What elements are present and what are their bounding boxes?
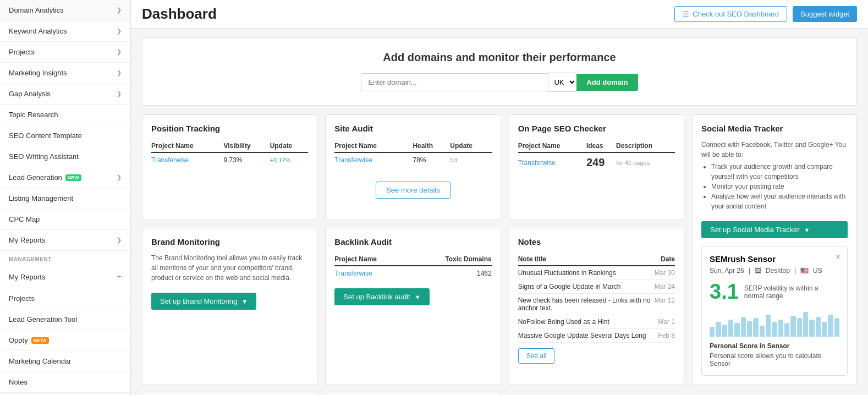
chart-bar [734,323,739,337]
sidebar-item-marketing-insights[interactable]: Marketing Insights ❯ [0,63,130,84]
sidebar-item-label: Lead Generation [9,173,62,182]
sidebar-item-seo-writing-assistant[interactable]: SEO Writing Assistant [0,146,130,167]
col-toxic: Toxic Domains [409,253,492,266]
sidebar-item-label: Oppty [9,336,28,344]
sensor-title: SEMrush Sensor [710,254,839,264]
col-update: Update [270,140,309,152]
change-cell: +0.17% [270,152,309,167]
chart-bar [816,317,821,337]
note-title-cell: Massive Google Update Several Days Long [518,329,655,343]
chart-bar [747,321,752,337]
position-tracking-title: Position Tracking [151,124,308,133]
sidebar-item-label: My Reports [9,273,45,281]
beta-badge: BETA [31,337,49,344]
new-badge: NEW [65,174,81,181]
chart-bar [710,327,715,337]
sensor-chart [710,309,839,337]
sidebar-item-projects[interactable]: Projects ❯ [0,42,130,63]
note-title-cell: Signs of a Google Update in March [518,280,655,294]
chart-bar [790,316,795,337]
sidebar-item-label: Lead Generation Tool [9,315,77,323]
sidebar-item-topic-research[interactable]: Topic Research [0,105,130,125]
sidebar-item-projects-mgmt[interactable]: Projects [0,288,130,309]
page-title: Dashboard [142,6,217,23]
sensor-score: 3.1 [710,280,739,304]
sidebar-item-my-reports[interactable]: My Reports ❯ [0,230,130,251]
sidebar-item-cpc-map[interactable]: CPC Map [0,209,130,230]
sensor-personal-desc: Personal score allows you to calculate S… [710,352,839,367]
project-name-cell[interactable]: Transferwise [334,266,409,281]
on-page-seo-title: On Page SEO Checker [518,124,675,133]
social-media-tracker-card: Social Media Tracker Connect with Facebo… [692,114,857,385]
toxic-cell: 1462 [409,266,492,281]
sidebar-item-my-reports-mgmt[interactable]: My Reports + [0,266,130,288]
sidebar-item-label: Gap Analysis [9,90,51,98]
table-row: Unusual Fluctuations in Rankings Mar 30 [518,266,675,280]
plus-icon[interactable]: + [117,272,122,282]
table-row: Transferwise 78% 5d [334,152,491,167]
brand-monitoring-title: Brand Monitoring [151,237,308,246]
sidebar-item-label: SEO Content Template [9,131,82,140]
sensor-country: US [813,267,822,275]
desktop-icon: 🖼 [755,267,761,275]
semrush-sensor-card: × SEMrush Sensor Sun, Apr 26 | 🖼 Desktop… [701,246,848,376]
chart-bar [784,323,789,337]
see-all-button[interactable]: See all [518,348,555,364]
setup-brand-monitoring-button[interactable]: Set up Brand Monitoring ▼ [151,293,256,310]
sidebar-item-oppty[interactable]: Oppty BETA [0,330,130,351]
project-name-cell[interactable]: Transferwise [151,152,223,167]
social-media-tracker-desc: Connect with Facebook, Twitter and Googl… [701,140,848,160]
note-date-cell: Mar 24 [655,280,675,294]
ideas-cell: 249 [586,152,616,172]
add-domain-button[interactable]: Add domain [576,74,638,91]
list-item: Analyze how well your audience interacts… [711,191,848,211]
note-date-cell: Mar 1 [655,315,675,329]
chart-bar [760,326,765,337]
separator2: | [794,267,796,275]
setup-backlink-audit-button[interactable]: Set up Backlink audit ▼ [334,288,429,305]
note-date-cell: Feb 8 [655,329,675,343]
chart-bar [797,318,802,337]
management-section-label: MANAGEMENT [0,251,130,266]
project-name-cell[interactable]: Transferwise [334,152,413,167]
setup-social-media-tracker-button[interactable]: Set up Social Media Tracker ▼ [701,221,848,238]
chart-bar [728,320,733,337]
col-visibility: Visibility [223,140,270,152]
sidebar-item-seo-content-template[interactable]: SEO Content Template [0,125,130,146]
notes-table: Note title Date Unusual Fluctuations in … [518,253,675,343]
sidebar-item-label: SEO Writing Assistant [9,152,79,161]
sidebar-item-lead-generation-tool[interactable]: Lead Generation Tool [0,309,130,330]
check-out-seo-dashboard-button[interactable]: ☰ Check out SEO Dashboard [674,6,787,22]
col-project-name: Project Name [151,140,223,152]
position-tracking-table: Project Name Visibility Update Transferw… [151,140,308,167]
chevron-down-icon: ❯ [117,48,122,56]
sidebar-item-domain-analytics[interactable]: Domain Analytics ❯ [0,0,130,21]
sidebar-item-label: Notes [9,378,28,386]
project-name-cell[interactable]: Transferwise [518,152,586,172]
sidebar-item-marketing-calendar[interactable]: Marketing Calendar [0,351,130,372]
sidebar-item-listing-management[interactable]: Listing Management [0,188,130,209]
sensor-score-desc: SERP volatility is within a normal range [744,284,839,300]
close-button[interactable]: × [836,252,840,262]
chart-bar [741,317,746,337]
sidebar-item-gap-analysis[interactable]: Gap Analysis ❯ [0,84,130,105]
site-audit-title: Site Audit [334,124,491,133]
domain-input[interactable] [361,73,548,91]
health-cell: 78% [413,152,450,167]
chevron-down-icon: ▼ [804,227,810,233]
display-advertising-card: Display Advertising Total Ads 🌐 Worldwid… [325,393,501,395]
sidebar-item-lead-generation[interactable]: Lead Generation NEW ❯ [0,167,130,188]
chevron-down-icon: ▼ [415,294,421,300]
country-select[interactable]: UK US AU [548,73,576,92]
table-row: Transferwise 249 for 41 pages [518,152,675,172]
sidebar: Domain Analytics ❯ Keyword Analytics ❯ P… [0,0,131,395]
sidebar-item-keyword-analytics[interactable]: Keyword Analytics ❯ [0,21,130,42]
organic-traffic-card: Organic Traffic Insights Connect your GA… [142,393,317,395]
suggest-widget-button[interactable]: Suggest widget [793,6,857,22]
see-more-details-button[interactable]: See more details [376,182,451,199]
col-date: Date [655,253,675,266]
sidebar-item-notes[interactable]: Notes [0,372,130,393]
chevron-down-icon: ❯ [117,237,122,244]
sidebar-item-label: Marketing Insights [9,69,67,77]
chevron-down-icon: ❯ [117,90,122,97]
